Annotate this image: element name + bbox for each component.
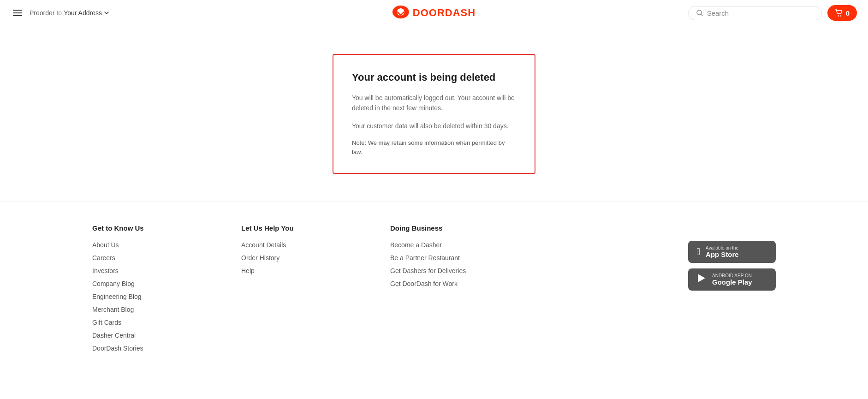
search-icon [696,9,703,17]
footer-col1-title: Get to Know Us [92,224,223,232]
apple-icon:  [696,246,700,258]
search-box[interactable]: Search [688,6,822,20]
main-content: Your account is being deleted You will b… [0,26,868,202]
google-play-button[interactable]: ANDROID APP ON Google Play [688,268,776,291]
footer-link-account-details[interactable]: Account Details [241,241,372,249]
footer-link-become-dasher[interactable]: Become a Dasher [390,241,521,249]
footer-link-careers[interactable]: Careers [92,254,223,262]
deletion-body-1: You will be automatically logged out. Yo… [352,93,516,113]
preorder-address[interactable]: Preorder to Your Address [30,9,109,17]
doordash-logo[interactable]: DOORDASH [392,6,476,21]
footer: Get to Know Us About Us Careers Investor… [0,202,868,380]
footer-col-2: Let Us Help You Account Details Order Hi… [241,224,372,280]
footer-col2-title: Let Us Help You [241,224,372,232]
footer-col-3: Doing Business Become a Dasher Be a Part… [390,224,521,293]
doordash-wordmark: DOORDASH [413,7,476,19]
appstore-sub-text: Available on the [706,245,739,250]
cart-icon [835,9,843,17]
svg-point-1 [838,15,838,16]
footer-link-engineering-blog[interactable]: Engineering Blog [92,293,223,300]
cart-count: 0 [846,9,850,17]
footer-link-help[interactable]: Help [241,267,372,274]
footer-link-partner-restaurant[interactable]: Be a Partner Restaurant [390,254,521,262]
app-buttons:  Available on the App Store ANDROID [688,241,776,291]
to-text: to [56,9,62,17]
googleplay-sub-text: ANDROID APP ON [712,273,752,278]
footer-link-doordash-stories[interactable]: DoorDash Stories [92,345,223,352]
doordash-dash-icon [392,6,409,21]
footer-link-investors[interactable]: Investors [92,267,223,274]
footer-link-doordash-work[interactable]: Get DoorDash for Work [390,280,521,287]
footer-col3-title: Doing Business [390,224,521,232]
hamburger-menu-icon[interactable] [11,8,24,18]
header: Preorder to Your Address DOORDASH Search [0,0,868,26]
footer-col-1: Get to Know Us About Us Careers Investor… [92,224,223,357]
footer-link-order-history[interactable]: Order History [241,254,372,262]
footer-link-gift-cards[interactable]: Gift Cards [92,319,223,326]
footer-link-company-blog[interactable]: Company Blog [92,280,223,287]
googleplay-main-text: Google Play [712,278,752,286]
preorder-text: Preorder [30,9,54,17]
svg-point-2 [840,15,841,16]
appstore-main-text: App Store [706,250,739,258]
footer-link-dashers-deliveries[interactable]: Get Dashers for Deliveries [390,267,521,274]
chevron-down-icon [104,10,109,16]
footer-link-merchant-blog[interactable]: Merchant Blog [92,306,223,313]
address-text: Your Address [64,9,102,17]
google-play-icon [696,273,707,286]
cart-button[interactable]: 0 [827,5,857,21]
deletion-note: Note: We may retain some information whe… [352,138,516,156]
search-placeholder: Search [707,9,729,17]
deletion-body-2: Your customer data will also be deleted … [352,121,516,131]
app-store-button[interactable]:  Available on the App Store [688,241,776,263]
header-right: Search 0 [434,5,857,21]
footer-link-about-us[interactable]: About Us [92,241,223,249]
footer-link-dasher-central[interactable]: Dasher Central [92,332,223,339]
deletion-card: Your account is being deleted You will b… [333,54,535,174]
footer-grid: Get to Know Us About Us Careers Investor… [92,224,776,357]
deletion-title: Your account is being deleted [352,71,516,83]
header-left: Preorder to Your Address [11,8,434,18]
